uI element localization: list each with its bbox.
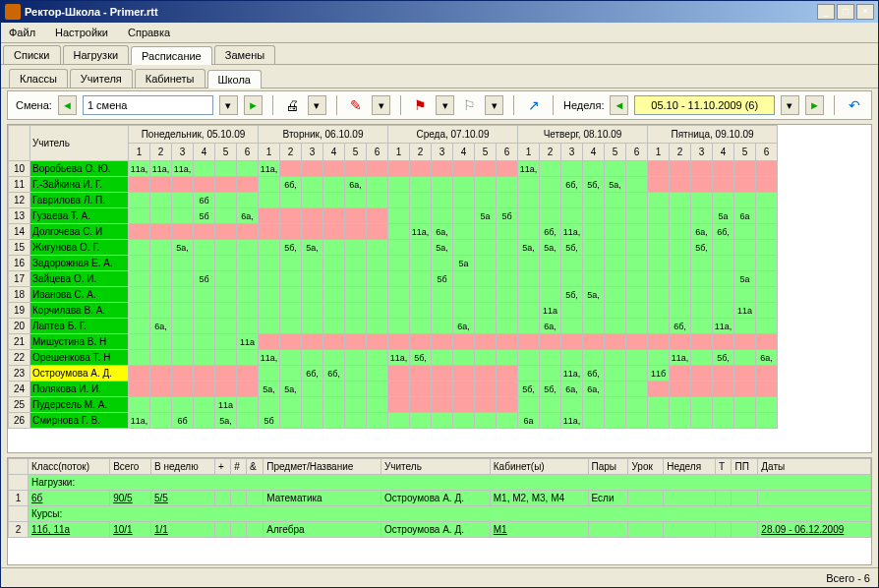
schedule-cell[interactable] bbox=[734, 240, 756, 256]
schedule-cell[interactable] bbox=[129, 208, 150, 224]
schedule-cell[interactable]: 5а, bbox=[432, 240, 453, 256]
schedule-cell[interactable] bbox=[691, 161, 713, 177]
schedule-cell[interactable] bbox=[215, 319, 237, 334]
schedule-cell[interactable] bbox=[453, 193, 475, 208]
schedule-cell[interactable] bbox=[453, 208, 475, 224]
schedule-cell[interactable]: 5а, bbox=[172, 240, 194, 256]
schedule-cell[interactable] bbox=[648, 397, 670, 413]
schedule-cell[interactable] bbox=[626, 177, 648, 193]
schedule-cell[interactable] bbox=[497, 193, 518, 208]
noflag-icon[interactable]: ⚐ bbox=[460, 95, 479, 115]
schedule-cell[interactable] bbox=[280, 319, 302, 334]
schedule-cell[interactable] bbox=[605, 208, 626, 224]
schedule-cell[interactable] bbox=[626, 208, 648, 224]
schedule-cell[interactable] bbox=[497, 334, 518, 350]
schedule-cell[interactable] bbox=[626, 161, 648, 177]
schedule-cell[interactable] bbox=[323, 208, 345, 224]
schedule-cell[interactable] bbox=[605, 303, 626, 319]
detail-cell[interactable] bbox=[215, 491, 231, 506]
week-value[interactable]: 05.10 - 11.10.2009 (6) bbox=[634, 95, 774, 115]
schedule-cell[interactable] bbox=[323, 256, 345, 271]
schedule-cell[interactable] bbox=[259, 366, 280, 382]
detail-cell[interactable] bbox=[628, 522, 664, 538]
schedule-cell[interactable] bbox=[605, 334, 626, 350]
schedule-cell[interactable] bbox=[691, 350, 713, 366]
schedule-cell[interactable] bbox=[583, 208, 605, 224]
schedule-cell[interactable]: 6б bbox=[172, 413, 194, 429]
schedule-cell[interactable] bbox=[540, 193, 561, 208]
schedule-cell[interactable] bbox=[388, 256, 410, 271]
schedule-cell[interactable] bbox=[172, 334, 194, 350]
schedule-cell[interactable]: 11а, bbox=[172, 161, 194, 177]
schedule-cell[interactable] bbox=[237, 161, 259, 177]
schedule-cell[interactable] bbox=[756, 256, 778, 271]
schedule-cell[interactable] bbox=[172, 256, 194, 271]
schedule-cell[interactable] bbox=[670, 177, 691, 193]
schedule-cell[interactable] bbox=[259, 256, 280, 271]
schedule-cell[interactable]: 11а, bbox=[150, 161, 172, 177]
schedule-cell[interactable] bbox=[150, 413, 172, 429]
schedule-cell[interactable] bbox=[648, 161, 670, 177]
schedule-cell[interactable] bbox=[540, 366, 561, 382]
schedule-cell[interactable] bbox=[626, 366, 648, 382]
schedule-cell[interactable] bbox=[626, 382, 648, 397]
detail-cell[interactable]: 6б bbox=[29, 491, 110, 506]
schedule-cell[interactable] bbox=[129, 287, 150, 303]
schedule-cell[interactable] bbox=[388, 271, 410, 287]
menu-help[interactable]: Справка bbox=[124, 25, 174, 40]
schedule-cell[interactable] bbox=[259, 334, 280, 350]
schedule-cell[interactable] bbox=[583, 193, 605, 208]
schedule-cell[interactable] bbox=[713, 382, 734, 397]
schedule-cell[interactable] bbox=[194, 350, 215, 366]
schedule-cell[interactable]: 11а bbox=[540, 303, 561, 319]
schedule-cell[interactable] bbox=[756, 413, 778, 429]
teacher-name[interactable]: Гаврилова Л. П. bbox=[30, 193, 129, 208]
flag-icon[interactable]: ⚑ bbox=[411, 95, 430, 115]
schedule-cell[interactable] bbox=[367, 271, 388, 287]
schedule-cell[interactable] bbox=[367, 224, 388, 240]
schedule-cell[interactable] bbox=[670, 193, 691, 208]
schedule-cell[interactable] bbox=[475, 224, 497, 240]
erase-dropdown[interactable]: ▾ bbox=[372, 95, 390, 115]
detail-cell[interactable]: М1 bbox=[490, 522, 588, 538]
schedule-cell[interactable] bbox=[497, 366, 518, 382]
schedule-cell[interactable] bbox=[194, 366, 215, 382]
schedule-cell[interactable]: 11а bbox=[734, 303, 756, 319]
schedule-cell[interactable] bbox=[497, 319, 518, 334]
schedule-cell[interactable] bbox=[323, 224, 345, 240]
schedule-cell[interactable] bbox=[302, 287, 323, 303]
schedule-cell[interactable]: 5а, bbox=[259, 382, 280, 397]
schedule-cell[interactable]: 11б bbox=[648, 366, 670, 382]
schedule-cell[interactable] bbox=[345, 382, 367, 397]
schedule-cell[interactable] bbox=[605, 350, 626, 366]
schedule-cell[interactable]: 5б bbox=[194, 271, 215, 287]
schedule-cell[interactable] bbox=[561, 193, 583, 208]
schedule-cell[interactable] bbox=[150, 366, 172, 382]
schedule-cell[interactable] bbox=[302, 224, 323, 240]
schedule-cell[interactable] bbox=[734, 256, 756, 271]
schedule-cell[interactable] bbox=[497, 256, 518, 271]
schedule-cell[interactable] bbox=[150, 303, 172, 319]
schedule-cell[interactable] bbox=[475, 366, 497, 382]
schedule-cell[interactable]: 5б, bbox=[280, 240, 302, 256]
schedule-cell[interactable] bbox=[432, 177, 453, 193]
schedule-cell[interactable] bbox=[626, 287, 648, 303]
schedule-cell[interactable] bbox=[561, 208, 583, 224]
schedule-cell[interactable] bbox=[323, 334, 345, 350]
schedule-cell[interactable] bbox=[453, 224, 475, 240]
schedule-cell[interactable] bbox=[367, 256, 388, 271]
schedule-cell[interactable]: 11а bbox=[237, 334, 259, 350]
schedule-cell[interactable] bbox=[713, 413, 734, 429]
schedule-cell[interactable] bbox=[561, 271, 583, 287]
schedule-cell[interactable] bbox=[691, 271, 713, 287]
schedule-cell[interactable] bbox=[237, 382, 259, 397]
schedule-cell[interactable] bbox=[756, 208, 778, 224]
schedule-cell[interactable]: 5а, bbox=[583, 287, 605, 303]
schedule-cell[interactable] bbox=[129, 177, 150, 193]
schedule-cell[interactable] bbox=[410, 287, 432, 303]
schedule-cell[interactable] bbox=[540, 256, 561, 271]
teacher-name[interactable]: Зайцева О. И. bbox=[30, 271, 129, 287]
schedule-cell[interactable]: 5а, bbox=[605, 177, 626, 193]
schedule-cell[interactable] bbox=[129, 366, 150, 382]
schedule-cell[interactable] bbox=[302, 397, 323, 413]
